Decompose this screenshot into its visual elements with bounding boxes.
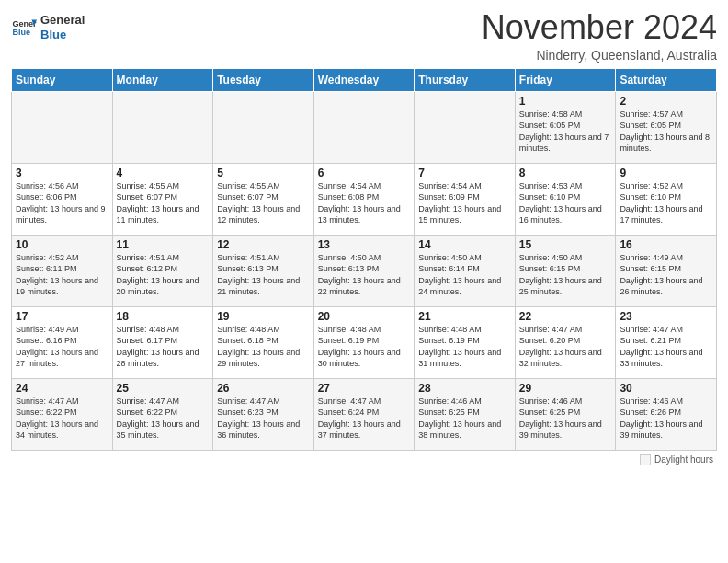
day-number: 26 (217, 382, 310, 395)
day-number: 27 (318, 382, 411, 395)
calendar-cell: 5Sunrise: 4:55 AM Sunset: 6:07 PM Daylig… (213, 163, 314, 235)
day-info: Sunrise: 4:52 AM Sunset: 6:10 PM Dayligh… (620, 180, 712, 226)
calendar-cell: 21Sunrise: 4:48 AM Sunset: 6:19 PM Dayli… (415, 306, 516, 378)
day-info: Sunrise: 4:49 AM Sunset: 6:16 PM Dayligh… (16, 324, 108, 370)
month-title: November 2024 (482, 9, 717, 46)
day-number: 12 (217, 238, 310, 251)
day-info: Sunrise: 4:55 AM Sunset: 6:07 PM Dayligh… (117, 180, 210, 226)
day-number: 24 (16, 382, 108, 395)
calendar-cell: 26Sunrise: 4:47 AM Sunset: 6:23 PM Dayli… (213, 378, 314, 450)
calendar-cell: 11Sunrise: 4:51 AM Sunset: 6:12 PM Dayli… (112, 235, 213, 306)
header-sunday: Sunday (12, 68, 113, 91)
day-info: Sunrise: 4:51 AM Sunset: 6:13 PM Dayligh… (217, 252, 310, 298)
day-number: 25 (117, 382, 210, 395)
day-number: 19 (217, 310, 310, 323)
day-number: 29 (519, 382, 612, 395)
day-info: Sunrise: 4:50 AM Sunset: 6:14 PM Dayligh… (418, 252, 511, 298)
day-info: Sunrise: 4:50 AM Sunset: 6:13 PM Dayligh… (318, 252, 411, 298)
calendar-cell: 25Sunrise: 4:47 AM Sunset: 6:22 PM Dayli… (112, 378, 213, 450)
day-info: Sunrise: 4:47 AM Sunset: 6:23 PM Dayligh… (217, 396, 310, 442)
logo-text-general: General (40, 13, 85, 28)
calendar-cell: 20Sunrise: 4:48 AM Sunset: 6:19 PM Dayli… (313, 306, 415, 378)
logo-text-blue: Blue (40, 28, 85, 42)
day-info: Sunrise: 4:48 AM Sunset: 6:19 PM Dayligh… (418, 324, 511, 370)
day-number: 28 (418, 382, 511, 395)
calendar-cell: 7Sunrise: 4:54 AM Sunset: 6:09 PM Daylig… (415, 163, 516, 235)
header-saturday: Saturday (616, 68, 717, 91)
day-info: Sunrise: 4:46 AM Sunset: 6:26 PM Dayligh… (620, 396, 712, 442)
day-number: 21 (418, 310, 511, 323)
day-number: 17 (16, 310, 108, 323)
day-number: 23 (620, 310, 712, 323)
day-info: Sunrise: 4:54 AM Sunset: 6:08 PM Dayligh… (318, 180, 411, 226)
day-info: Sunrise: 4:58 AM Sunset: 6:05 PM Dayligh… (519, 109, 612, 155)
day-number: 30 (620, 382, 712, 395)
legend-label: Daylight hours (654, 454, 713, 465)
day-number: 6 (318, 167, 411, 179)
calendar-cell: 15Sunrise: 4:50 AM Sunset: 6:15 PM Dayli… (515, 235, 616, 306)
calendar-cell: 14Sunrise: 4:50 AM Sunset: 6:14 PM Dayli… (415, 235, 516, 306)
calendar-cell (112, 91, 213, 163)
day-info: Sunrise: 4:47 AM Sunset: 6:24 PM Dayligh… (318, 396, 411, 442)
page-container: General Blue General Blue November 2024 … (0, 0, 728, 473)
day-info: Sunrise: 4:51 AM Sunset: 6:12 PM Dayligh… (117, 252, 210, 298)
calendar-cell: 24Sunrise: 4:47 AM Sunset: 6:22 PM Dayli… (12, 378, 113, 450)
calendar-cell: 2Sunrise: 4:57 AM Sunset: 6:05 PM Daylig… (616, 91, 717, 163)
calendar-cell: 27Sunrise: 4:47 AM Sunset: 6:24 PM Dayli… (313, 378, 415, 450)
day-number: 7 (418, 167, 511, 179)
calendar-cell: 13Sunrise: 4:50 AM Sunset: 6:13 PM Dayli… (313, 235, 415, 306)
day-number: 3 (16, 167, 108, 179)
calendar-body: 1Sunrise: 4:58 AM Sunset: 6:05 PM Daylig… (12, 91, 717, 450)
day-number: 22 (519, 310, 612, 323)
svg-text:Blue: Blue (12, 28, 30, 37)
calendar-cell: 12Sunrise: 4:51 AM Sunset: 6:13 PM Dayli… (213, 235, 314, 306)
header-thursday: Thursday (415, 68, 516, 91)
day-number: 20 (318, 310, 411, 323)
calendar-cell: 18Sunrise: 4:48 AM Sunset: 6:17 PM Dayli… (112, 306, 213, 378)
day-number: 18 (117, 310, 210, 323)
day-info: Sunrise: 4:47 AM Sunset: 6:22 PM Dayligh… (16, 396, 108, 442)
calendar-cell: 10Sunrise: 4:52 AM Sunset: 6:11 PM Dayli… (12, 235, 113, 306)
day-info: Sunrise: 4:55 AM Sunset: 6:07 PM Dayligh… (217, 180, 310, 226)
day-info: Sunrise: 4:52 AM Sunset: 6:11 PM Dayligh… (16, 252, 108, 298)
day-number: 16 (620, 238, 712, 251)
day-number: 8 (519, 167, 612, 179)
calendar-week-2: 3Sunrise: 4:56 AM Sunset: 6:06 PM Daylig… (12, 163, 717, 235)
day-info: Sunrise: 4:47 AM Sunset: 6:20 PM Dayligh… (519, 324, 612, 370)
day-number: 10 (16, 238, 108, 251)
calendar-cell: 23Sunrise: 4:47 AM Sunset: 6:21 PM Dayli… (616, 306, 717, 378)
calendar-week-4: 17Sunrise: 4:49 AM Sunset: 6:16 PM Dayli… (12, 306, 717, 378)
calendar-cell: 19Sunrise: 4:48 AM Sunset: 6:18 PM Dayli… (213, 306, 314, 378)
calendar-cell: 9Sunrise: 4:52 AM Sunset: 6:10 PM Daylig… (616, 163, 717, 235)
day-info: Sunrise: 4:47 AM Sunset: 6:21 PM Dayligh… (620, 324, 712, 370)
title-block: November 2024 Ninderry, Queensland, Aust… (482, 9, 717, 63)
day-info: Sunrise: 4:46 AM Sunset: 6:25 PM Dayligh… (418, 396, 511, 442)
day-info: Sunrise: 4:48 AM Sunset: 6:18 PM Dayligh… (217, 324, 310, 370)
day-info: Sunrise: 4:49 AM Sunset: 6:15 PM Dayligh… (620, 252, 712, 298)
calendar-cell: 3Sunrise: 4:56 AM Sunset: 6:06 PM Daylig… (12, 163, 113, 235)
calendar-cell: 30Sunrise: 4:46 AM Sunset: 6:26 PM Dayli… (616, 378, 717, 450)
calendar-cell (415, 91, 516, 163)
day-number: 15 (519, 238, 612, 251)
day-info: Sunrise: 4:46 AM Sunset: 6:25 PM Dayligh… (519, 396, 612, 442)
location: Ninderry, Queensland, Australia (482, 48, 717, 63)
calendar-cell (213, 91, 314, 163)
day-number: 4 (117, 167, 210, 179)
day-info: Sunrise: 4:48 AM Sunset: 6:17 PM Dayligh… (117, 324, 210, 370)
day-info: Sunrise: 4:48 AM Sunset: 6:19 PM Dayligh… (318, 324, 411, 370)
weekday-header-row: Sunday Monday Tuesday Wednesday Thursday… (12, 68, 717, 91)
calendar-cell: 16Sunrise: 4:49 AM Sunset: 6:15 PM Dayli… (616, 235, 717, 306)
calendar-cell: 17Sunrise: 4:49 AM Sunset: 6:16 PM Dayli… (12, 306, 113, 378)
day-info: Sunrise: 4:53 AM Sunset: 6:10 PM Dayligh… (519, 180, 612, 226)
header-tuesday: Tuesday (213, 68, 314, 91)
day-number: 13 (318, 238, 411, 251)
calendar-cell: 8Sunrise: 4:53 AM Sunset: 6:10 PM Daylig… (515, 163, 616, 235)
day-info: Sunrise: 4:56 AM Sunset: 6:06 PM Dayligh… (16, 180, 108, 226)
legend-box (640, 454, 651, 465)
calendar-week-5: 24Sunrise: 4:47 AM Sunset: 6:22 PM Dayli… (12, 378, 717, 450)
day-info: Sunrise: 4:47 AM Sunset: 6:22 PM Dayligh… (117, 396, 210, 442)
day-number: 1 (519, 95, 612, 108)
calendar-cell: 29Sunrise: 4:46 AM Sunset: 6:25 PM Dayli… (515, 378, 616, 450)
header-friday: Friday (515, 68, 616, 91)
logo-icon: General Blue (11, 15, 37, 40)
